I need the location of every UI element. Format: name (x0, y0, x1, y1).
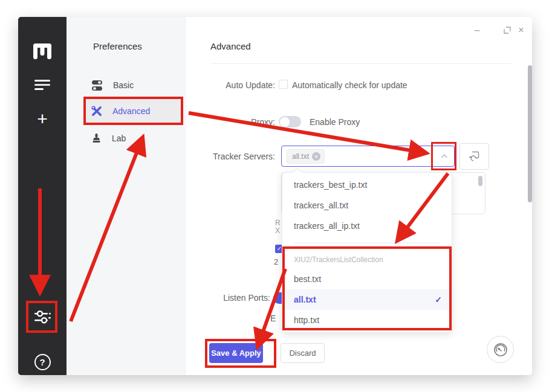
close-button[interactable]: × (513, 22, 530, 39)
sidebar: + ? (18, 17, 67, 375)
obscured-text-fragment: R (275, 219, 281, 227)
sidebar-item-advanced[interactable]: Advanced (85, 98, 183, 124)
tag-remove-icon[interactable]: × (312, 152, 320, 161)
sidebar-item-label: Basic (113, 80, 134, 90)
help-button[interactable]: ? (18, 353, 67, 371)
check-icon: ✓ (435, 289, 442, 310)
sidebar-item-label: Lab (112, 133, 126, 143)
sidebar-item-lab[interactable]: Lab (85, 125, 183, 152)
sidebar-item-basic[interactable]: Basic (85, 72, 183, 98)
basic-toggles-icon (91, 80, 103, 91)
dropdown-option[interactable]: trackers_best_ip.txt (282, 175, 452, 195)
minimize-button[interactable]: – (469, 22, 485, 39)
sidebar-item-label: Advanced (112, 106, 150, 116)
task-list-icon[interactable] (18, 76, 67, 93)
tracker-servers-label: Tracker Servers: (178, 152, 275, 161)
close-icon: × (518, 25, 524, 36)
dropdown-option[interactable]: best.txt (282, 269, 452, 289)
dropdown-option[interactable]: trackers_all_ip.txt (282, 216, 452, 236)
listen-ports-label: Listen Ports: (174, 293, 270, 303)
auto-update-checkbox[interactable] (279, 80, 288, 89)
dropdown-option[interactable]: trackers_all.txt (282, 195, 452, 216)
dropdown-divider (294, 243, 441, 243)
sync-icon (469, 151, 481, 162)
toggle-knob (280, 117, 290, 127)
discard-button[interactable]: Discard (281, 343, 325, 363)
screenshot-page: – × (0, 0, 552, 392)
preferences-panel: Preferences Basic Advanced (67, 17, 186, 375)
tracker-select-dropdown: trackers_best_ip.txt trackers_all.txt tr… (282, 172, 452, 333)
advanced-tools-icon (91, 106, 102, 117)
app-window: – × (18, 17, 532, 375)
page-title: Advanced (210, 41, 251, 51)
window-scrollbar[interactable] (528, 65, 532, 202)
dropdown-group-label: XIU2/TrackersListCollection (294, 255, 383, 264)
proxy-toggle[interactable] (279, 116, 301, 127)
obscured-text-fragment: E (270, 313, 276, 323)
preferences-icon[interactable] (18, 308, 67, 326)
help-icon: ? (34, 354, 51, 370)
preferences-title: Preferences (93, 41, 142, 51)
chevron-up-icon[interactable] (441, 153, 448, 160)
tracker-servers-select[interactable]: all.txt × (281, 146, 455, 167)
proxy-label: Proxy: (178, 117, 275, 127)
speedometer-icon (493, 342, 508, 358)
minimize-icon: – (475, 25, 480, 36)
motrix-logo-icon (18, 42, 67, 62)
textarea-scrollbar[interactable] (478, 176, 482, 186)
sync-trackers-button[interactable] (459, 143, 489, 170)
obscured-text-fragment: X (275, 227, 280, 235)
auto-update-checkbox-label[interactable]: Automatically check for update (292, 80, 408, 90)
dropdown-option[interactable]: http.txt (282, 310, 452, 330)
title-divider (210, 63, 511, 64)
selected-tracker-tag: all.txt × (287, 149, 325, 164)
proxy-toggle-label: Enable Proxy (310, 117, 360, 127)
obscured-text-fragment: 2 (274, 257, 278, 266)
add-task-icon[interactable]: + (18, 109, 67, 129)
save-apply-button[interactable]: Save & Apply (209, 343, 263, 363)
lab-stamp-icon (91, 133, 102, 144)
speed-limit-button[interactable] (487, 336, 514, 363)
auto-update-label: Auto Update: (178, 80, 275, 90)
maximize-icon (504, 27, 511, 34)
dropdown-option-selected[interactable]: all.txt ✓ (282, 289, 452, 310)
